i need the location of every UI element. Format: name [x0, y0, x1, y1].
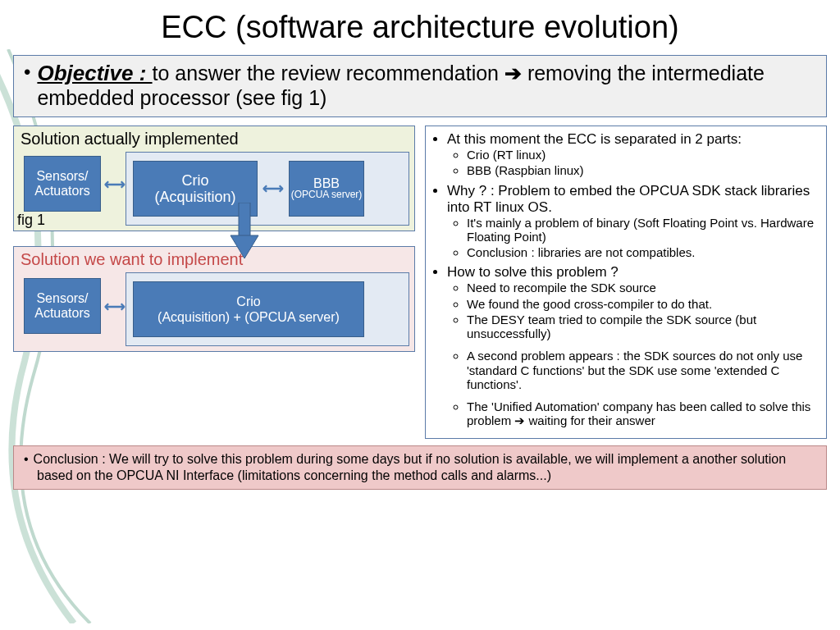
svg-rect-0: [239, 203, 250, 237]
double-arrow-icon: ⟷: [262, 180, 284, 198]
sensors-block-2: Sensors/ Actuators: [24, 278, 101, 334]
sub-bullet: The DESY team tried to compile the SDK s…: [467, 313, 819, 341]
conclusion-text: Conclusion : We will try to solve this p…: [34, 452, 786, 482]
sub-bullet: It's mainly a problem of binary (Soft Fl…: [467, 216, 819, 244]
sub-bullet: The 'Unified Automation' company has bee…: [467, 399, 819, 428]
bullet-3: How to solve this problem ? Need to reco…: [447, 264, 819, 427]
diagrams-column: Solution actually implemented Crio (Acqu…: [13, 126, 415, 439]
bbb-label-2: (OPCUA server): [290, 189, 363, 200]
figure-label: fig 1: [17, 212, 45, 229]
bbb-label-1: BBB: [290, 177, 363, 189]
sub-bullet: Need to recompile the SDK source: [467, 281, 819, 294]
bullet-1: At this moment the ECC is separated in 2…: [447, 131, 819, 178]
current-solution-panel: Solution actually implemented Crio (Acqu…: [13, 126, 415, 231]
target-diagram: Crio (Acquisition) + (OPCUA server): [126, 272, 409, 346]
svg-marker-1: [231, 235, 258, 258]
target-solution-title: Solution we want to implement: [21, 250, 409, 269]
explanation-panel: At this moment the ECC is separated in 2…: [425, 126, 827, 439]
bullet-2: Why ? : Problem to embed the OPCUA SDK s…: [447, 183, 819, 260]
current-diagram: Crio (Acquisition) ⟷ BBB (OPCUA server): [126, 152, 409, 226]
sub-bullet: BBB (Raspbian linux): [467, 163, 819, 177]
crio2-label-1: Crio: [134, 294, 363, 309]
double-arrow-icon: ⟷: [104, 176, 126, 194]
crio-merged-block: Crio (Acquisition) + (OPCUA server): [133, 281, 364, 337]
sub-bullet: A second problem appears : the SDK sourc…: [467, 349, 819, 391]
sensors-block-1: Sensors/ Actuators: [24, 156, 101, 212]
arrow-right-icon: ➔: [504, 62, 522, 84]
double-arrow-icon: ⟷: [104, 298, 126, 316]
sensors-label-2: Sensors/ Actuators: [25, 291, 100, 321]
current-solution-title: Solution actually implemented: [21, 130, 409, 148]
target-solution-panel: Solution we want to implement Crio (Acqu…: [13, 246, 415, 352]
bullet-dot: •: [24, 61, 30, 84]
arrow-down-icon: [228, 203, 261, 260]
sub-bullet: Crio (RT linux): [467, 148, 819, 162]
crio-label-1: Crio: [134, 172, 257, 189]
objective-label: Objective :: [37, 61, 152, 85]
bbb-block: BBB (OPCUA server): [289, 161, 364, 217]
b3-text: How to solve this problem ?: [447, 264, 619, 280]
b1-text: At this moment the ECC is separated in 2…: [447, 131, 742, 147]
objective-text-1: to answer the review recommendation: [153, 62, 504, 84]
sensors-label: Sensors/ Actuators: [25, 169, 100, 199]
b2-text: Why ? : Problem to embed the OPCUA SDK s…: [447, 183, 810, 215]
crio2-label-2: (Acquisition) + (OPCUA server): [134, 309, 363, 325]
sub-bullet: Conclusion : libraries are not compatibl…: [467, 245, 819, 259]
conclusion-box: •Conclusion : We will try to solve this …: [13, 445, 827, 490]
bullet-dot: •: [24, 452, 29, 466]
objective-box: • Objective : to answer the review recom…: [13, 55, 827, 117]
sub-bullet: We found the good cross-compiler to do t…: [467, 297, 819, 311]
slide-title: ECC (software architecture evolution): [0, 0, 840, 50]
